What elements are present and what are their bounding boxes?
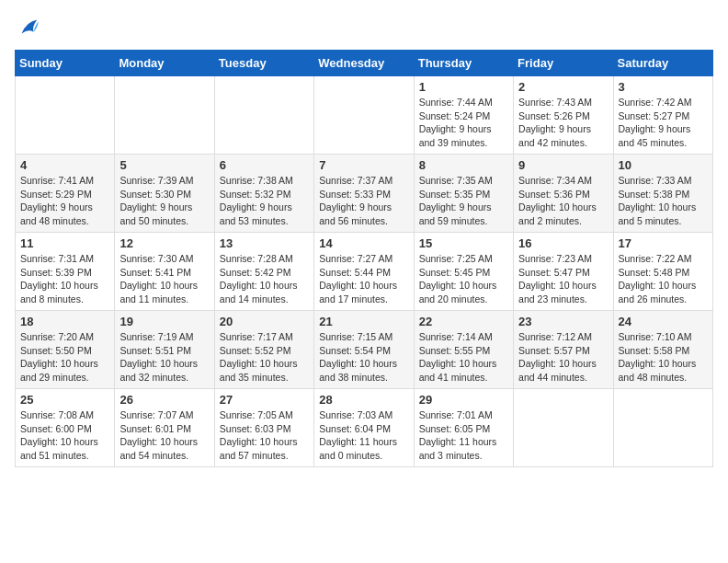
day-info: Sunrise: 7:35 AM Sunset: 5:35 PM Dayligh… xyxy=(419,174,508,228)
calendar-cell: 25Sunrise: 7:08 AM Sunset: 6:00 PM Dayli… xyxy=(16,389,115,467)
day-number: 4 xyxy=(20,158,109,172)
day-info: Sunrise: 7:27 AM Sunset: 5:44 PM Dayligh… xyxy=(319,252,408,306)
calendar-cell: 28Sunrise: 7:03 AM Sunset: 6:04 PM Dayli… xyxy=(314,389,414,467)
calendar-cell: 15Sunrise: 7:25 AM Sunset: 5:45 PM Dayli… xyxy=(414,233,513,311)
day-header-thursday: Thursday xyxy=(414,51,513,76)
day-number: 18 xyxy=(20,315,109,328)
day-number: 8 xyxy=(419,158,508,172)
days-header-row: SundayMondayTuesdayWednesdayThursdayFrid… xyxy=(16,51,713,76)
day-info: Sunrise: 7:14 AM Sunset: 5:55 PM Dayligh… xyxy=(419,330,508,385)
day-info: Sunrise: 7:10 AM Sunset: 5:58 PM Dayligh… xyxy=(619,330,708,385)
day-number: 9 xyxy=(518,158,608,172)
day-number: 14 xyxy=(319,236,408,250)
day-info: Sunrise: 7:15 AM Sunset: 5:54 PM Dayligh… xyxy=(319,330,408,385)
calendar-week-2: 4Sunrise: 7:41 AM Sunset: 5:29 PM Daylig… xyxy=(16,155,713,233)
day-number: 12 xyxy=(119,236,209,250)
day-info: Sunrise: 7:44 AM Sunset: 5:24 PM Dayligh… xyxy=(419,96,508,150)
day-info: Sunrise: 7:31 AM Sunset: 5:39 PM Dayligh… xyxy=(20,252,109,306)
day-number: 27 xyxy=(220,393,309,407)
day-info: Sunrise: 7:20 AM Sunset: 5:50 PM Dayligh… xyxy=(20,330,109,385)
day-header-wednesday: Wednesday xyxy=(314,51,414,76)
calendar-cell: 7Sunrise: 7:37 AM Sunset: 5:33 PM Daylig… xyxy=(314,155,414,233)
calendar-cell: 1Sunrise: 7:44 AM Sunset: 5:24 PM Daylig… xyxy=(414,76,513,155)
day-info: Sunrise: 7:05 AM Sunset: 6:03 PM Dayligh… xyxy=(220,408,309,463)
calendar-cell: 2Sunrise: 7:43 AM Sunset: 5:26 PM Daylig… xyxy=(514,76,613,155)
day-header-sunday: Sunday xyxy=(16,51,115,76)
day-info: Sunrise: 7:42 AM Sunset: 5:27 PM Dayligh… xyxy=(619,96,708,150)
calendar-week-3: 11Sunrise: 7:31 AM Sunset: 5:39 PM Dayli… xyxy=(16,233,713,311)
calendar-cell: 4Sunrise: 7:41 AM Sunset: 5:29 PM Daylig… xyxy=(16,155,115,233)
calendar-cell xyxy=(314,76,414,155)
day-number: 3 xyxy=(619,80,708,94)
day-number: 20 xyxy=(220,315,309,328)
day-number: 7 xyxy=(319,158,408,172)
day-number: 10 xyxy=(619,158,708,172)
day-header-saturday: Saturday xyxy=(613,51,712,76)
logo-icon xyxy=(15,15,40,40)
calendar-cell xyxy=(214,76,313,155)
calendar-cell: 17Sunrise: 7:22 AM Sunset: 5:48 PM Dayli… xyxy=(613,233,712,311)
day-info: Sunrise: 7:37 AM Sunset: 5:33 PM Dayligh… xyxy=(319,174,408,228)
calendar-cell: 14Sunrise: 7:27 AM Sunset: 5:44 PM Dayli… xyxy=(314,233,414,311)
day-number: 25 xyxy=(20,393,109,407)
calendar-cell: 16Sunrise: 7:23 AM Sunset: 5:47 PM Dayli… xyxy=(514,233,613,311)
calendar-cell xyxy=(613,389,712,467)
day-number: 6 xyxy=(220,158,309,172)
day-number: 15 xyxy=(419,236,508,250)
day-info: Sunrise: 7:43 AM Sunset: 5:26 PM Dayligh… xyxy=(518,96,608,150)
day-number: 26 xyxy=(119,393,209,407)
calendar-cell: 24Sunrise: 7:10 AM Sunset: 5:58 PM Dayli… xyxy=(613,311,712,389)
calendar-week-4: 18Sunrise: 7:20 AM Sunset: 5:50 PM Dayli… xyxy=(16,311,713,389)
day-info: Sunrise: 7:12 AM Sunset: 5:57 PM Dayligh… xyxy=(518,330,608,385)
day-number: 5 xyxy=(119,158,209,172)
day-number: 13 xyxy=(220,236,309,250)
day-info: Sunrise: 7:28 AM Sunset: 5:42 PM Dayligh… xyxy=(220,252,309,306)
calendar-cell: 9Sunrise: 7:34 AM Sunset: 5:36 PM Daylig… xyxy=(514,155,613,233)
day-number: 28 xyxy=(319,393,408,407)
day-number: 21 xyxy=(319,315,408,328)
day-header-tuesday: Tuesday xyxy=(214,51,313,76)
calendar-cell: 5Sunrise: 7:39 AM Sunset: 5:30 PM Daylig… xyxy=(115,155,214,233)
day-info: Sunrise: 7:30 AM Sunset: 5:41 PM Dayligh… xyxy=(119,252,209,306)
calendar-cell: 6Sunrise: 7:38 AM Sunset: 5:32 PM Daylig… xyxy=(214,155,313,233)
calendar-cell: 29Sunrise: 7:01 AM Sunset: 6:05 PM Dayli… xyxy=(414,389,513,467)
day-info: Sunrise: 7:38 AM Sunset: 5:32 PM Dayligh… xyxy=(220,174,309,228)
calendar-cell: 27Sunrise: 7:05 AM Sunset: 6:03 PM Dayli… xyxy=(214,389,313,467)
calendar-cell xyxy=(115,76,214,155)
day-number: 1 xyxy=(419,80,508,94)
calendar-week-1: 1Sunrise: 7:44 AM Sunset: 5:24 PM Daylig… xyxy=(16,76,713,155)
calendar-cell: 11Sunrise: 7:31 AM Sunset: 5:39 PM Dayli… xyxy=(16,233,115,311)
day-info: Sunrise: 7:33 AM Sunset: 5:38 PM Dayligh… xyxy=(619,174,708,228)
calendar-cell: 19Sunrise: 7:19 AM Sunset: 5:51 PM Dayli… xyxy=(115,311,214,389)
calendar-cell: 10Sunrise: 7:33 AM Sunset: 5:38 PM Dayli… xyxy=(613,155,712,233)
day-info: Sunrise: 7:41 AM Sunset: 5:29 PM Dayligh… xyxy=(20,174,109,228)
calendar-table: SundayMondayTuesdayWednesdayThursdayFrid… xyxy=(15,50,713,467)
page-header xyxy=(15,15,713,40)
day-number: 11 xyxy=(20,236,109,250)
day-number: 2 xyxy=(518,80,608,94)
day-header-monday: Monday xyxy=(115,51,214,76)
day-info: Sunrise: 7:03 AM Sunset: 6:04 PM Dayligh… xyxy=(319,408,408,463)
day-info: Sunrise: 7:17 AM Sunset: 5:52 PM Dayligh… xyxy=(220,330,309,385)
day-number: 19 xyxy=(119,315,209,328)
day-info: Sunrise: 7:22 AM Sunset: 5:48 PM Dayligh… xyxy=(619,252,708,306)
logo xyxy=(15,15,44,40)
day-number: 16 xyxy=(518,236,608,250)
day-number: 23 xyxy=(518,315,608,328)
day-info: Sunrise: 7:08 AM Sunset: 6:00 PM Dayligh… xyxy=(20,408,109,463)
day-number: 24 xyxy=(619,315,708,328)
day-info: Sunrise: 7:34 AM Sunset: 5:36 PM Dayligh… xyxy=(518,174,608,228)
calendar-cell: 13Sunrise: 7:28 AM Sunset: 5:42 PM Dayli… xyxy=(214,233,313,311)
day-number: 22 xyxy=(419,315,508,328)
calendar-week-5: 25Sunrise: 7:08 AM Sunset: 6:00 PM Dayli… xyxy=(16,389,713,467)
day-info: Sunrise: 7:23 AM Sunset: 5:47 PM Dayligh… xyxy=(518,252,608,306)
day-number: 29 xyxy=(419,393,508,407)
calendar-cell xyxy=(16,76,115,155)
day-info: Sunrise: 7:25 AM Sunset: 5:45 PM Dayligh… xyxy=(419,252,508,306)
calendar-cell: 3Sunrise: 7:42 AM Sunset: 5:27 PM Daylig… xyxy=(613,76,712,155)
calendar-cell: 21Sunrise: 7:15 AM Sunset: 5:54 PM Dayli… xyxy=(314,311,414,389)
calendar-cell xyxy=(514,389,613,467)
calendar-cell: 22Sunrise: 7:14 AM Sunset: 5:55 PM Dayli… xyxy=(414,311,513,389)
calendar-cell: 20Sunrise: 7:17 AM Sunset: 5:52 PM Dayli… xyxy=(214,311,313,389)
day-info: Sunrise: 7:39 AM Sunset: 5:30 PM Dayligh… xyxy=(119,174,209,228)
